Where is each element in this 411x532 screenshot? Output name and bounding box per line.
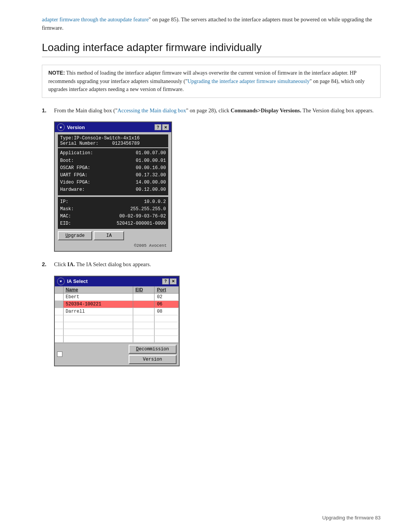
version-dialog-content: Type:IP-Console-Switch-4x1x16 Serial Num… (55, 132, 171, 251)
titlebar-left: ♥ Version (57, 123, 85, 131)
net-value-2: 00-02-99-03-76-02 (119, 213, 166, 220)
note-link[interactable]: Upgrading the interface adapter firmware… (188, 78, 310, 84)
version-dialog: ♥ Version ? ✕ Type:IP-Console-Switch-4x1… (54, 121, 172, 252)
net-label-0: IP: (60, 198, 68, 206)
ia-row-1[interactable]: 520394-100221 06 (55, 300, 179, 308)
ia-row-0[interactable]: Ebert 02 (55, 293, 179, 300)
section-heading: Loading interface adapter firmware indiv… (42, 42, 381, 57)
steps-list-2: 2. Click IA. The IA Select dialog box ap… (42, 260, 381, 268)
fw-label-0: Application: (60, 150, 93, 157)
fw-value-3: 00.17.32.00 (136, 172, 166, 179)
serial-row: Serial Number: 0123456789 (60, 141, 166, 146)
firmware-section: Application: 01.00.07.00 Boot: 01.00.00.… (58, 148, 168, 195)
version-button[interactable]: Version (129, 355, 177, 364)
type-row: Type:IP-Console-Switch-4x1x16 (60, 136, 166, 141)
ia-table: Name EID Port Ebert 02 520394-100221 06 (55, 286, 179, 343)
ia-select-dialog: ♥ IA Select ? ✕ Name EID Port (54, 276, 180, 366)
version-dialog-buttons: Upgrade IA (58, 231, 168, 240)
step-2-text: Click IA. The IA Select dialog box appea… (54, 260, 381, 268)
ia-dialog-title: IA Select (67, 278, 88, 284)
ia-action-buttons: Decommission Version (129, 345, 177, 364)
step-1-command: Commands>Display Versions. (231, 107, 301, 113)
ia-titlebar-buttons: ? ✕ (162, 278, 177, 284)
ia-button[interactable]: IA (94, 231, 124, 240)
ia-row-2[interactable]: Darrell 08 (55, 308, 179, 315)
ia-row-0-name: Ebert (63, 293, 133, 300)
fw-row-1: Boot: 01.00.00.01 (60, 157, 166, 165)
decommission-label: Decommission (136, 347, 169, 352)
ia-row-6 (55, 335, 179, 342)
help-button[interactable]: ? (155, 124, 161, 130)
ia-row-2-eid (133, 308, 155, 315)
ia-checkbox[interactable] (57, 351, 62, 357)
version-dialog-titlebar: ♥ Version ? ✕ (55, 122, 171, 132)
fw-label-5: Hardware: (60, 186, 85, 193)
version-dialog-footer: ©2005 Avocent (58, 243, 168, 249)
hp-logo-icon: ♥ (57, 123, 65, 131)
ia-row-0-port: 02 (155, 293, 179, 300)
fw-row-3: UART FPGA: 00.17.32.00 (60, 172, 166, 179)
fw-value-0: 01.00.07.00 (136, 150, 166, 157)
footer-copyright: ©2005 Avocent (134, 243, 167, 248)
ia-row-2-name: Darrell (63, 308, 133, 315)
network-section: IP: 10.0.0.2 Mask: 255.255.255.0 MAC: 00… (58, 197, 168, 229)
note-box: NOTE: This method of loading the interfa… (42, 65, 381, 98)
step-1: 1. From the Main dialog box ("Accessing … (42, 106, 381, 115)
net-row-1: Mask: 255.255.255.0 (60, 206, 166, 213)
close-button[interactable]: ✕ (162, 124, 169, 130)
ia-help-button[interactable]: ? (162, 278, 169, 284)
step-1-num: 1. (42, 106, 49, 115)
step-2-num: 2. (42, 260, 49, 268)
ia-col-eid: EID (133, 286, 155, 294)
ia-col-check (55, 286, 63, 294)
decommission-button[interactable]: Decommission (129, 345, 177, 354)
net-row-0: IP: 10.0.0.2 (60, 198, 166, 206)
ia-row-2-port: 08 (155, 308, 179, 315)
intro-link[interactable]: adapter firmware through the autoupdate … (42, 16, 149, 22)
fw-label-4: Video FPGA: (60, 179, 90, 186)
step-2: 2. Click IA. The IA Select dialog box ap… (42, 260, 381, 268)
upgrade-button[interactable]: Upgrade (58, 231, 92, 240)
serial-label: Serial Number: (60, 141, 99, 146)
net-label-3: EID: (60, 220, 71, 227)
ia-header-row: Name EID Port (55, 286, 179, 294)
fw-row-0: Application: 01.00.07.00 (60, 150, 166, 157)
page-footer: Upgrading the firmware 83 (322, 515, 381, 521)
net-row-2: MAC: 00-02-99-03-76-02 (60, 213, 166, 220)
ia-row-1-check (55, 300, 63, 308)
net-row-3: EID: 520412-000001-0000 (60, 220, 166, 227)
ia-dialog-titlebar: ♥ IA Select ? ✕ (55, 276, 179, 286)
ia-row-2-check (55, 308, 63, 315)
version-dialog-wrapper: ♥ Version ? ✕ Type:IP-Console-Switch-4x1… (54, 121, 381, 252)
version-type-row: Type:IP-Console-Switch-4x1x16 Serial Num… (58, 134, 168, 147)
net-label-2: MAC: (60, 213, 71, 220)
fw-value-1: 01.00.00.01 (136, 157, 166, 165)
fw-label-1: Boot: (60, 157, 74, 165)
serial-value: 0123456789 (112, 141, 140, 146)
fw-value-2: 00.00.16.00 (136, 165, 166, 172)
ia-label: IA (106, 233, 112, 238)
ia-table-body: Ebert 02 520394-100221 06 Darrell 08 (55, 293, 179, 342)
net-value-1: 255.255.255.0 (130, 206, 166, 213)
fw-row-5: Hardware: 00.12.00.00 (60, 186, 166, 193)
ia-row-0-eid (133, 293, 155, 300)
fw-value-4: 14.00.00.00 (136, 179, 166, 186)
version-dialog-title: Version (67, 125, 85, 130)
ia-row-1-port: 06 (155, 300, 179, 308)
ia-row-1-name: 520394-100221 (63, 300, 133, 308)
net-label-1: Mask: (60, 206, 74, 213)
intro-paragraph: adapter firmware through the autoupdate … (42, 15, 381, 32)
ia-bottom-bar: Decommission Version (55, 343, 179, 366)
step-1-link[interactable]: Accessing the Main dialog box (118, 107, 186, 113)
steps-list: 1. From the Main dialog box ("Accessing … (42, 106, 381, 115)
fw-label-3: UART FPGA: (60, 172, 88, 179)
titlebar-buttons: ? ✕ (155, 124, 169, 130)
page-footer-text: Upgrading the firmware 83 (322, 515, 381, 521)
net-value-0: 10.0.0.2 (144, 198, 166, 206)
ia-titlebar-left: ♥ IA Select (57, 278, 88, 285)
step-1-text: From the Main dialog box ("Accessing the… (54, 106, 381, 115)
ia-row-4 (55, 322, 179, 329)
step-2-bold: IA. (67, 261, 75, 267)
ia-row-0-check (55, 293, 63, 300)
ia-close-button[interactable]: ✕ (170, 278, 177, 284)
